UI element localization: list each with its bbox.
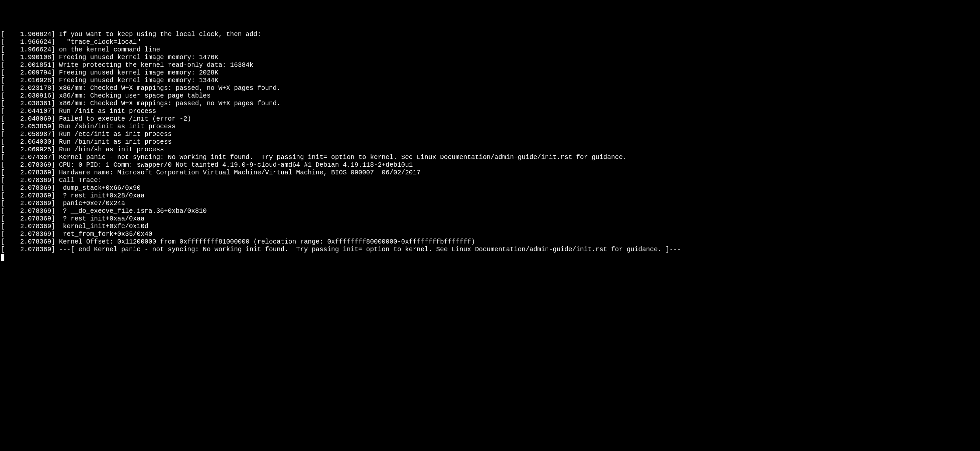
log-line: [ 2.078369] CPU: 0 PID: 1 Comm: swapper/…: [1, 161, 980, 169]
kernel-console-output: [ 1.966624] If you want to keep using th…: [1, 31, 980, 254]
log-line: [ 2.016928] Freeing unused kernel image …: [1, 77, 980, 84]
log-line: [ 2.058987] Run /etc/init as init proces…: [1, 131, 980, 138]
log-line: [ 2.078369] Kernel Offset: 0x11200000 fr…: [1, 238, 980, 246]
log-line: [ 2.069925] Run /bin/sh as init process: [1, 146, 980, 154]
log-line: [ 1.990108] Freeing unused kernel image …: [1, 54, 980, 62]
log-line: [ 1.966624] If you want to keep using th…: [1, 31, 980, 38]
log-line: [ 2.078369] ---[ end Kernel panic - not …: [1, 246, 980, 254]
log-line: [ 2.078369] Hardware name: Microsoft Cor…: [1, 169, 980, 177]
log-line: [ 1.966624] "trace_clock=local": [1, 38, 980, 46]
log-line: [ 2.038361] x86/mm: Checked W+X mappings…: [1, 100, 980, 108]
log-line: [ 2.078369] ? rest_init+0x28/0xaa: [1, 192, 980, 200]
log-line: [ 2.044107] Run /init as init process: [1, 108, 980, 115]
log-line: [ 2.078369] ? rest_init+0xaa/0xaa: [1, 215, 980, 223]
log-line: [ 2.001851] Write protecting the kernel …: [1, 62, 980, 69]
log-line: [ 2.030916] x86/mm: Checking user space …: [1, 92, 980, 100]
log-line: [ 2.078369] kernel_init+0xfc/0x10d: [1, 223, 980, 230]
log-line: [ 1.966624] on the kernel command line: [1, 46, 980, 54]
log-line: [ 2.053859] Run /sbin/init as init proce…: [1, 123, 980, 131]
log-line: [ 2.078369] ret_from_fork+0x35/0x40: [1, 230, 980, 238]
log-line: [ 2.023178] x86/mm: Checked W+X mappings…: [1, 84, 980, 92]
log-line: [ 2.078369] panic+0xe7/0x24a: [1, 200, 980, 208]
log-line: [ 2.078369] ? __do_execve_file.isra.36+0…: [1, 208, 980, 215]
log-line: [ 2.074387] Kernel panic - not syncing: …: [1, 154, 980, 161]
cursor-block: [1, 254, 4, 261]
log-line: [ 2.009794] Freeing unused kernel image …: [1, 69, 980, 77]
log-line: [ 2.064030] Run /bin/init as init proces…: [1, 138, 980, 146]
log-line: [ 2.078369] dump_stack+0x66/0x90: [1, 184, 980, 192]
log-line: [ 2.078369] Call Trace:: [1, 177, 980, 184]
log-line: [ 2.048069] Failed to execute /init (err…: [1, 115, 980, 123]
